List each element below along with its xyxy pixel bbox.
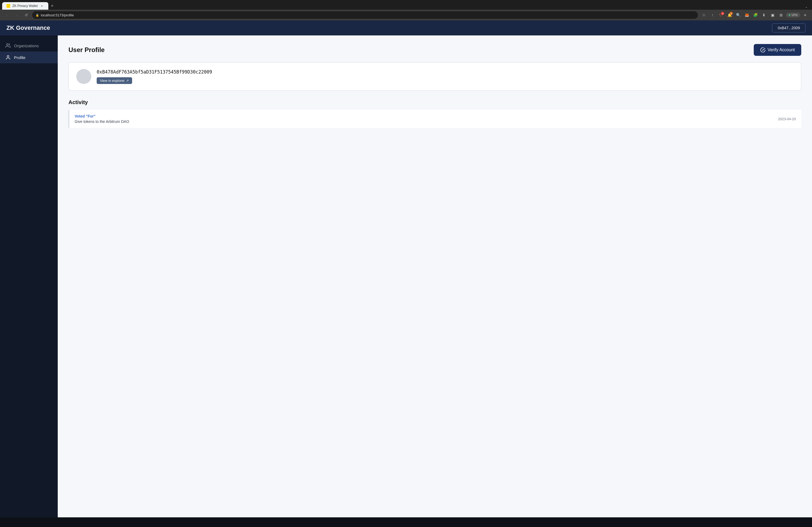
firefox-icon[interactable]: 🦊 <box>743 11 751 19</box>
sidebar: Organizations Profile <box>0 35 58 517</box>
app-title: ZK Governance <box>6 25 50 31</box>
alert-badge: 1 <box>729 12 733 15</box>
profile-icon <box>5 55 11 60</box>
reload-button[interactable]: ↺ <box>23 11 30 19</box>
sidebar-item-organizations-label: Organizations <box>14 44 39 48</box>
reader-view-icon[interactable]: ▣ <box>769 11 776 19</box>
verify-account-label: Verify Account <box>768 47 795 52</box>
content-area: User Profile Verify Account 0xB478AdF763… <box>58 35 812 517</box>
vpn-button[interactable]: VPN <box>786 13 800 17</box>
activity-date: 2023-04-20 <box>778 117 796 121</box>
browser-tab-bar: ⚡ ZK Privacy Wallet ✕ + ⌄ <box>0 0 812 10</box>
browser-toolbar: ‹ › ↺ 🔒 localhost:5173/profile ☆ ↑ 🛡 1 🔔… <box>0 10 812 20</box>
shield-icon[interactable]: 🛡 1 <box>717 11 725 19</box>
page-title: User Profile <box>69 46 105 54</box>
wallet-address-display: 0xB478AdF763A5bf5aD31F5137545Bf99D30c220… <box>97 69 212 75</box>
tab-title: ZK Privacy Wallet <box>12 4 38 8</box>
tab-close-button[interactable]: ✕ <box>40 4 44 8</box>
avatar <box>76 69 91 84</box>
back-button[interactable]: ‹ <box>3 11 11 19</box>
shield-badge: 1 <box>721 12 724 15</box>
new-tab-button[interactable]: + <box>48 2 56 10</box>
activity-type: Voted "For" <box>75 114 129 118</box>
external-link-icon: ↗ <box>126 79 129 82</box>
address-bar[interactable]: 🔒 localhost:5173/profile <box>32 11 698 19</box>
extension-search-icon[interactable]: 🔍 <box>735 11 742 19</box>
vpn-dot <box>789 14 790 16</box>
url-display: localhost:5173/profile <box>41 13 74 17</box>
activity-description: Give tokens to the Arbitrum DAO <box>75 119 129 124</box>
svg-point-1 <box>7 56 9 57</box>
tab-favicon: ⚡ <box>6 4 10 8</box>
forward-button[interactable]: › <box>13 11 20 19</box>
sidebar-item-profile-label: Profile <box>14 55 26 60</box>
activity-section: Activity Voted "For" Give tokens to the … <box>69 99 801 128</box>
svg-point-0 <box>6 44 8 46</box>
download-icon[interactable]: ⬇ <box>760 11 768 19</box>
page-header: User Profile Verify Account <box>69 44 801 56</box>
sidebar-item-profile[interactable]: Profile <box>0 51 58 63</box>
verify-check-icon <box>760 47 766 52</box>
profile-info: 0xB478AdF763A5bf5aD31F5137545Bf99D30c220… <box>97 69 212 84</box>
alert-icon[interactable]: 🔔 1 <box>726 11 733 19</box>
app-wrapper: ZK Governance 0xB47...2009 Organizations <box>0 20 812 517</box>
split-view-icon[interactable]: ⊞ <box>777 11 785 19</box>
url-host: localhost: <box>41 13 56 17</box>
sidebar-item-organizations[interactable]: Organizations <box>0 40 58 51</box>
active-tab[interactable]: ⚡ ZK Privacy Wallet ✕ <box>2 2 48 10</box>
tab-chevron-icon[interactable]: ⌄ <box>803 4 810 10</box>
activity-section-title: Activity <box>69 99 801 105</box>
toolbar-actions: ☆ ↑ 🛡 1 🔔 1 🔍 🦊 🧩 ⬇ ▣ ⊞ VPN ≡ <box>700 11 809 19</box>
app-header: ZK Governance 0xB47...2009 <box>0 20 812 35</box>
organizations-icon <box>5 43 11 48</box>
verify-account-button[interactable]: Verify Account <box>754 44 801 56</box>
wallet-address-button[interactable]: 0xB47...2009 <box>772 23 806 32</box>
activity-item: Voted "For" Give tokens to the Arbitrum … <box>69 110 801 128</box>
bookmark-icon[interactable]: ☆ <box>700 11 708 19</box>
lock-icon: 🔒 <box>35 13 39 17</box>
menu-icon[interactable]: ≡ <box>801 11 809 19</box>
profile-card: 0xB478AdF763A5bf5aD31F5137545Bf99D30c220… <box>69 62 801 91</box>
share-icon[interactable]: ↑ <box>709 11 716 19</box>
url-path: 5173/profile <box>56 13 74 17</box>
view-explorer-label: View in explorer <box>100 79 125 82</box>
view-in-explorer-button[interactable]: View in explorer ↗ <box>97 77 132 84</box>
activity-left: Voted "For" Give tokens to the Arbitrum … <box>75 114 129 124</box>
main-layout: Organizations Profile User Profile <box>0 35 812 517</box>
puzzle-icon[interactable]: 🧩 <box>752 11 759 19</box>
vpn-label: VPN <box>791 13 798 17</box>
